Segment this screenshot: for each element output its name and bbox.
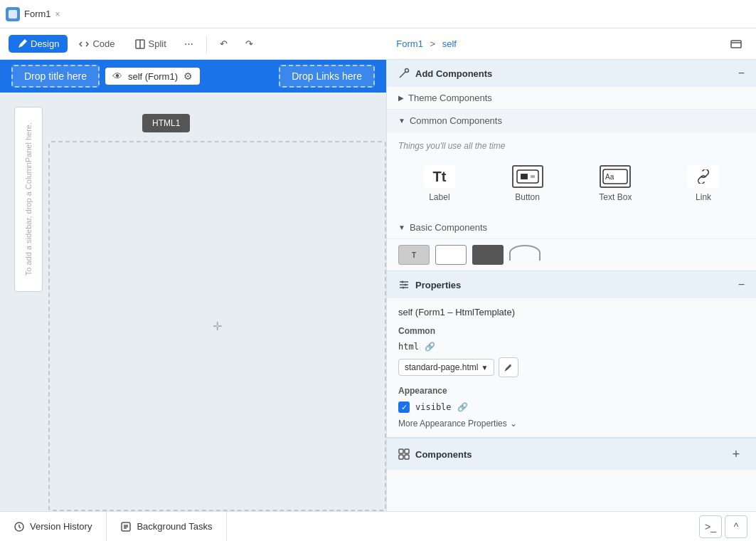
html-value-text: standard-page.html xyxy=(405,362,478,372)
chevron-up-button[interactable]: ^ xyxy=(725,515,747,538)
properties-header[interactable]: Properties − xyxy=(387,271,756,298)
terminal-button[interactable]: >_ xyxy=(699,515,722,538)
visible-link-icon[interactable]: 🔗 xyxy=(457,402,468,412)
split-label: Split xyxy=(149,38,166,49)
selector-text: self (Form1) xyxy=(128,71,178,82)
basic-comp-1: T xyxy=(398,245,430,265)
redo-button[interactable]: ↷ xyxy=(238,33,261,56)
page-selector[interactable]: 👁 self (Form1) ⚙ xyxy=(105,68,200,85)
more-options-button[interactable]: ⋯ xyxy=(178,33,201,56)
basic-comp-3 xyxy=(472,245,504,265)
toolbar: Design Code Split ⋯ ↶ ↷ Form1 > self xyxy=(0,28,756,60)
breadcrumb-page: self xyxy=(442,38,457,49)
eye-icon[interactable]: 👁 xyxy=(112,70,122,82)
html-edit-button[interactable] xyxy=(499,357,518,377)
version-history-button[interactable]: Version History xyxy=(0,512,107,541)
settings-icon[interactable]: ⚙ xyxy=(183,70,193,82)
chevron-up-icon: ^ xyxy=(734,521,739,532)
common-chevron-down-icon: ▼ xyxy=(398,117,405,125)
code-button[interactable]: Code xyxy=(70,35,123,53)
theme-components-subsection: ▶ Theme Components xyxy=(387,87,756,110)
svg-rect-21 xyxy=(405,455,409,459)
bottom-right-actions: >_ ^ xyxy=(699,515,756,538)
split-button[interactable]: Split xyxy=(127,35,175,53)
component-link[interactable]: Link xyxy=(662,159,745,208)
tab-title: Form1 xyxy=(24,9,51,19)
components-bottom-title: Components xyxy=(398,448,472,460)
svg-rect-8 xyxy=(521,174,528,179)
basic-components-preview: T xyxy=(387,239,756,270)
html-prop-name: html xyxy=(398,342,419,352)
column-panel-text: To add a sidebar, drop a ColumnPanel her… xyxy=(24,122,33,275)
more-icon: ⋯ xyxy=(184,38,193,49)
code-label: Code xyxy=(92,38,115,49)
collapse-icon[interactable]: − xyxy=(738,67,745,80)
bottom-bar: Version History Background Tasks >_ ^ xyxy=(0,511,756,541)
components-hint: Things you'll use all the time xyxy=(398,141,745,151)
common-components-header[interactable]: ▼ Common Components xyxy=(387,110,756,132)
redo-icon: ↷ xyxy=(245,38,253,49)
textbox-text: Text Box xyxy=(599,192,632,202)
svg-line-6 xyxy=(400,72,405,78)
properties-body: self (Form1 – HtmlTemplate) Common html … xyxy=(387,298,756,437)
svg-point-16 xyxy=(405,284,407,286)
visible-row: ✓ visible 🔗 xyxy=(398,401,745,413)
component-button[interactable]: Button xyxy=(486,159,569,208)
button-icon xyxy=(512,165,543,188)
component-textbox[interactable]: Aa Text Box xyxy=(575,159,657,208)
properties-collapse-icon[interactable]: − xyxy=(738,278,745,291)
basic-comp-2 xyxy=(435,245,467,265)
move-icon: ✛ xyxy=(213,320,222,333)
canvas-nav: Drop title here 👁 self (Form1) ⚙ Drop Li… xyxy=(0,60,386,93)
main-area: Drop title here 👁 self (Form1) ⚙ Drop Li… xyxy=(0,60,756,511)
design-button[interactable]: Design xyxy=(9,35,68,53)
breadcrumb-form[interactable]: Form1 xyxy=(396,38,423,49)
link-icon xyxy=(688,165,719,188)
svg-text:Aa: Aa xyxy=(605,173,614,181)
svg-rect-9 xyxy=(531,175,535,178)
component-label[interactable]: Tt Label xyxy=(398,159,481,208)
component-name: self (Form1 – HtmlTemplate) xyxy=(398,307,745,317)
tab-bar: Form1 × xyxy=(0,0,756,28)
more-appearance-chevron-icon: ⌄ xyxy=(510,419,517,429)
more-appearance-button[interactable]: More Appearance Properties ⌄ xyxy=(398,419,745,429)
dropdown-chevron-icon: ▼ xyxy=(481,364,488,372)
tab-close-button[interactable]: × xyxy=(55,9,60,19)
version-history-label: Version History xyxy=(30,521,92,532)
add-components-title: Add Components xyxy=(398,68,492,79)
basic-components-header[interactable]: ▼ Basic Components xyxy=(387,216,756,239)
canvas-drop-zone[interactable]: ✛ xyxy=(48,141,386,511)
theme-components-header[interactable]: ▶ Theme Components xyxy=(387,87,756,110)
undo-icon: ↶ xyxy=(220,38,228,49)
svg-point-17 xyxy=(403,287,405,289)
properties-section: Properties − self (Form1 – HtmlTemplate)… xyxy=(387,271,756,438)
properties-title: Properties xyxy=(398,279,461,290)
svg-rect-20 xyxy=(399,455,403,459)
add-components-header[interactable]: Add Components − xyxy=(387,60,756,87)
svg-rect-3 xyxy=(731,41,741,48)
visible-label: visible xyxy=(415,402,452,412)
drop-title-zone[interactable]: Drop title here xyxy=(11,65,100,88)
wrench-icon xyxy=(398,68,410,79)
html-value-dropdown[interactable]: standard-page.html ▼ xyxy=(398,359,494,376)
basic-comp-4 xyxy=(509,245,541,261)
common-group-label: Common xyxy=(398,326,745,336)
background-tasks-button[interactable]: Background Tasks xyxy=(107,512,227,541)
appearance-group: Appearance ✓ visible 🔗 More Appearance P… xyxy=(398,386,745,429)
add-component-button[interactable]: + xyxy=(728,446,745,463)
html-template-button[interactable]: HTML1 xyxy=(142,114,190,132)
visible-checkbox[interactable]: ✓ xyxy=(398,401,410,413)
window-control-button[interactable] xyxy=(725,33,747,56)
breadcrumb: Form1 > self xyxy=(396,38,457,49)
html-link-icon[interactable]: 🔗 xyxy=(425,342,435,352)
terminal-icon: >_ xyxy=(705,521,716,532)
properties-icon xyxy=(398,279,410,290)
toolbar-right xyxy=(725,33,747,56)
svg-point-15 xyxy=(402,281,404,283)
svg-rect-18 xyxy=(399,449,403,453)
undo-button[interactable]: ↶ xyxy=(213,33,235,56)
appearance-label: Appearance xyxy=(398,386,745,396)
components-bottom-header[interactable]: Components + xyxy=(387,438,756,470)
more-appearance-label: More Appearance Properties xyxy=(398,419,507,429)
drop-links-zone[interactable]: Drop Links here xyxy=(279,65,375,88)
